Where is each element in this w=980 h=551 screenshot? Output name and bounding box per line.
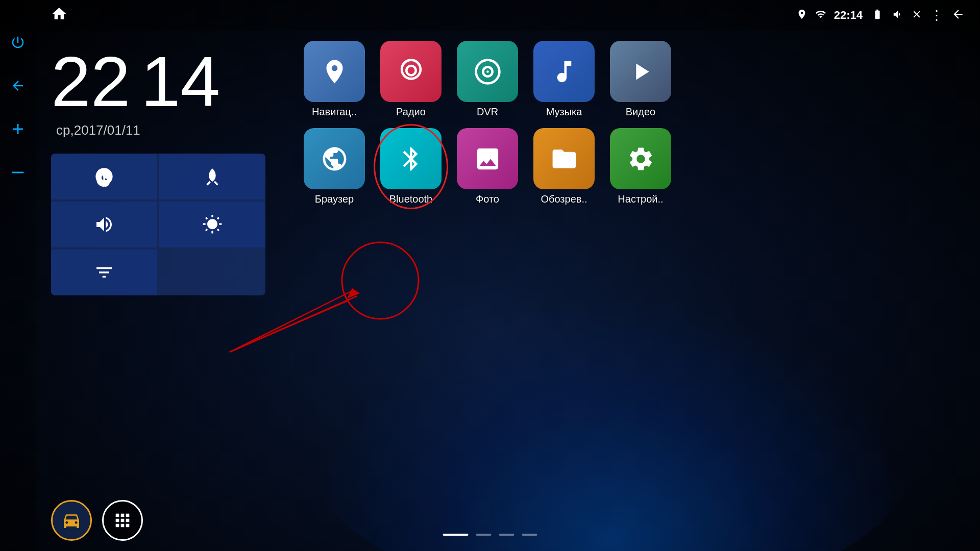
status-time: 22:14 bbox=[834, 9, 863, 22]
app-nav[interactable]: Навигац.. bbox=[301, 41, 368, 118]
apps-row-1: Навигац.. Радио bbox=[301, 41, 960, 118]
app-icon-nav bbox=[304, 41, 365, 102]
app-label-video: Видео bbox=[626, 106, 655, 118]
app-photo[interactable]: Фото bbox=[454, 128, 521, 205]
clock-panel: 22 14 ср,2017/01/11 bbox=[36, 31, 281, 551]
quick-settings-grid bbox=[51, 154, 265, 295]
power-button[interactable] bbox=[7, 31, 30, 54]
home-icon[interactable] bbox=[51, 6, 67, 26]
qs-tile-equalizer[interactable] bbox=[51, 249, 157, 295]
status-bar: 22:14 ⋮ bbox=[36, 0, 980, 31]
wifi-icon bbox=[815, 9, 826, 22]
qs-tile-brightness[interactable] bbox=[159, 202, 265, 247]
clock-hours: 22 bbox=[51, 46, 131, 117]
clock-minutes: 14 bbox=[141, 46, 220, 117]
qs-tile-rocket[interactable] bbox=[51, 154, 157, 199]
main-content: 22 14 ср,2017/01/11 bbox=[36, 31, 980, 551]
app-bluetooth[interactable]: Bluetooth bbox=[378, 128, 444, 205]
back-button[interactable] bbox=[7, 74, 30, 97]
page-dot-2 bbox=[476, 534, 492, 536]
app-icon-dvr bbox=[457, 41, 518, 102]
app-label-browser: Браузер bbox=[315, 193, 354, 205]
app-icon-settings bbox=[610, 128, 671, 189]
battery-icon bbox=[870, 9, 885, 22]
app-icon-bluetooth bbox=[380, 128, 442, 189]
app-dvr[interactable]: DVR bbox=[454, 41, 521, 118]
app-icon-photo bbox=[457, 128, 518, 189]
status-right: 22:14 ⋮ bbox=[796, 8, 965, 23]
status-left bbox=[51, 6, 67, 26]
nav-back-icon[interactable] bbox=[951, 8, 965, 23]
clock-display: 22 14 bbox=[51, 46, 265, 117]
app-settings[interactable]: Настрой.. bbox=[607, 128, 674, 205]
app-label-radio: Радио bbox=[396, 106, 426, 118]
apps-row-2: Браузер Bluetooth bbox=[301, 128, 960, 205]
app-label-files: Обозрев.. bbox=[541, 193, 587, 205]
app-icon-browser bbox=[304, 128, 365, 189]
app-icon-files bbox=[533, 128, 595, 189]
page-dot-1 bbox=[443, 534, 469, 536]
app-icon-radio bbox=[380, 41, 442, 102]
dock-apps-button[interactable] bbox=[102, 500, 143, 541]
clock-date: ср,2017/01/11 bbox=[56, 122, 265, 138]
qs-tile-volume[interactable] bbox=[51, 202, 157, 247]
app-browser[interactable]: Браузер bbox=[301, 128, 368, 205]
page-indicators bbox=[443, 534, 537, 536]
vol-down-button[interactable] bbox=[7, 161, 30, 184]
volume-icon bbox=[892, 9, 903, 22]
app-icon-music bbox=[533, 41, 595, 102]
app-video[interactable]: Видео bbox=[607, 41, 674, 118]
app-radio[interactable]: Радио bbox=[378, 41, 444, 118]
page-dot-4 bbox=[522, 534, 537, 536]
left-panel bbox=[0, 0, 36, 551]
app-label-nav: Навигац.. bbox=[312, 106, 357, 118]
app-files[interactable]: Обозрев.. bbox=[531, 128, 597, 205]
app-icon-video bbox=[610, 41, 671, 102]
app-label-photo: Фото bbox=[476, 193, 499, 205]
car-head-unit-screen: 22:14 ⋮ 22 14 ср,2017/01/11 bbox=[0, 0, 980, 551]
apps-grid: Навигац.. Радио bbox=[281, 31, 980, 551]
page-dot-3 bbox=[499, 534, 514, 536]
app-label-bluetooth: Bluetooth bbox=[389, 193, 433, 205]
dock-car-button[interactable] bbox=[51, 500, 92, 541]
qs-tile-rocket[interactable] bbox=[159, 154, 265, 199]
app-label-settings: Настрой.. bbox=[618, 193, 663, 205]
location-icon bbox=[796, 9, 807, 22]
vol-up-button[interactable] bbox=[7, 117, 30, 140]
app-label-music: Музыка bbox=[546, 106, 582, 118]
bottom-dock bbox=[36, 500, 143, 541]
app-music[interactable]: Музыка bbox=[531, 41, 597, 118]
close-icon[interactable] bbox=[911, 9, 922, 22]
app-label-dvr: DVR bbox=[477, 106, 498, 118]
more-icon[interactable]: ⋮ bbox=[930, 8, 944, 23]
